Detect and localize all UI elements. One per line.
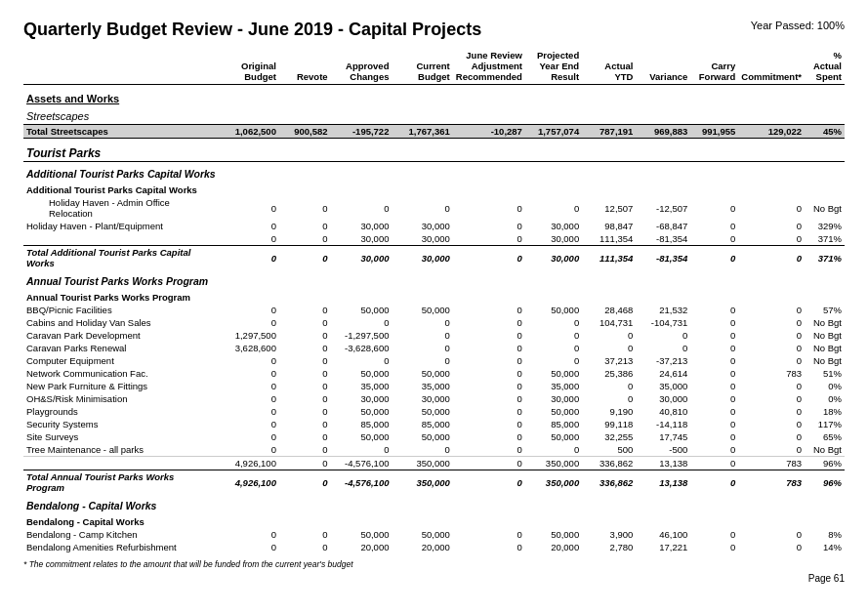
ts-col7: 787,191 [582, 125, 636, 139]
new-park-furniture-row: New Park Furniture & Fittings 0035,00035… [23, 380, 845, 392]
bendalong-camp-row: Bendalong - Camp Kitchen 0050,00050,0000… [23, 528, 845, 541]
ohs-row: OH&S/Risk Minimisation 0030,00030,000030… [23, 392, 845, 405]
bendalong-italic-header: Bendalong - Capital Works [23, 494, 845, 512]
annual-sub-row: Annual Tourist Parks Works Program [23, 288, 845, 304]
bbq-label: BBQ/Picnic Facilities [23, 304, 216, 316]
page-title: Quarterly Budget Review - June 2019 - Ca… [23, 20, 481, 40]
network-comm-row: Network Communication Fac. 0050,00050,00… [23, 367, 845, 380]
ts-col11: 45% [805, 125, 845, 139]
col-actual-ytd: Actual YTD [582, 48, 636, 85]
col-june-review: June ReviewAdjustmentRecommended [453, 48, 525, 85]
col-current-budget: CurrentBudget [392, 48, 452, 85]
holiday-haven-plant-row: Holiday Haven - Plant/Equipment 0 0 30,0… [23, 220, 845, 232]
additional-parks-header-row: Additional Tourist Parks Capital Works [23, 162, 845, 182]
col-carry-forward: CarryForward [690, 48, 738, 85]
bendalong-amenities-label: Bendalong Amenities Refurbishment [23, 541, 216, 553]
additional-parks-sub-row: Additional Tourist Parks Capital Works [23, 181, 845, 196]
ts-col3: -195,722 [331, 125, 393, 139]
caravan-parks-renewal-label: Caravan Parks Renewal [23, 342, 216, 354]
holiday-haven-admin-row: Holiday Haven - Admin Office Relocation … [23, 196, 845, 220]
caravan-park-dev-label: Caravan Park Development [23, 329, 216, 342]
tourist-parks-label: Tourist Parks [23, 139, 845, 162]
new-park-furniture-label: New Park Furniture & Fittings [23, 380, 216, 392]
footnote: * The commitment relates to the amount t… [23, 559, 845, 569]
column-header-row: OriginalBudget Revote ApprovedChanges Cu… [23, 48, 845, 85]
ohs-label: OH&S/Risk Minimisation [23, 392, 216, 405]
ts-col10: 129,022 [738, 125, 805, 139]
col-approved-changes: ApprovedChanges [331, 48, 393, 85]
cabins-label: Cabins and Holiday Van Sales [23, 316, 216, 329]
col-original-budget: OriginalBudget [216, 48, 279, 85]
caravan-parks-renewal-row: Caravan Parks Renewal 3,628,6000-3,628,6… [23, 342, 845, 354]
total-streetscapes-row: Total Streetscapes 1,062,500 900,582 -19… [23, 125, 845, 139]
site-surveys-label: Site Surveys [23, 430, 216, 443]
security-row: Security Systems 0085,00085,000085,00099… [23, 418, 845, 430]
col-commitment: Commitment* [738, 48, 805, 85]
tree-maintenance-row: Tree Maintenance - all parks 000000500-5… [23, 443, 845, 457]
playgrounds-label: Playgrounds [23, 405, 216, 418]
bbq-row: BBQ/Picnic Facilities 0050,00050,000050,… [23, 304, 845, 316]
page-number: Page 61 [23, 573, 845, 584]
annual-header-row: Annual Tourist Parks Works Program [23, 269, 845, 288]
bendalong-amenities-row: Bendalong Amenities Refurbishment 0020,0… [23, 541, 845, 553]
bendalong-camp-label: Bendalong - Camp Kitchen [23, 528, 216, 541]
security-label: Security Systems [23, 418, 216, 430]
caravan-park-dev-row: Caravan Park Development 1,297,5000-1,29… [23, 329, 845, 342]
total-streetscapes-label: Total Streetscapes [23, 125, 216, 139]
streetscapes-label: Streetscapes [23, 106, 845, 125]
holiday-haven-admin-label: Holiday Haven - Admin Office Relocation [23, 196, 216, 220]
ts-col9: 991,955 [690, 125, 738, 139]
site-surveys-row: Site Surveys 0050,00050,000050,00032,255… [23, 430, 845, 443]
annual-sub-label: Annual Tourist Parks Works Program [23, 288, 845, 304]
ts-col8: 969,883 [636, 125, 690, 139]
cabins-row: Cabins and Holiday Van Sales 000000104,7… [23, 316, 845, 329]
ts-col5: -10,287 [453, 125, 525, 139]
year-passed: Year Passed: 100% [751, 20, 845, 31]
annual-italic-header: Annual Tourist Parks Works Program [23, 269, 845, 288]
ts-col2: 900,582 [279, 125, 331, 139]
streetscapes-subsection: Streetscapes [23, 106, 845, 125]
bendalong-sub-row: Bendalong - Capital Works [23, 512, 845, 528]
computer-equipment-row: Computer Equipment 00000037,213-37,21300… [23, 354, 845, 367]
col-variance: Variance [636, 48, 690, 85]
holiday-haven-plant-label: Holiday Haven - Plant/Equipment [23, 220, 216, 232]
total-additional-row: Total Additional Tourist Parks Capital W… [23, 246, 845, 270]
total-annual-row: Total Annual Tourist Parks Works Program… [23, 470, 845, 495]
subtotal-annual-row: 4,926,1000-4,576,100350,0000350,000336,8… [23, 457, 845, 470]
additional-parks-sub-label: Additional Tourist Parks Capital Works [23, 181, 845, 196]
tree-maintenance-label: Tree Maintenance - all parks [23, 443, 216, 457]
playgrounds-row: Playgrounds 0050,00050,000050,0009,19040… [23, 405, 845, 418]
assets-works-label: Assets and Works [23, 85, 845, 107]
ts-col1: 1,062,500 [216, 125, 279, 139]
bendalong-header-row: Bendalong - Capital Works [23, 494, 845, 512]
assets-works-section: Assets and Works [23, 85, 845, 107]
col-label-header [23, 48, 216, 85]
total-annual-label: Total Annual Tourist Parks Works Program [23, 470, 216, 495]
ts-col6: 1,757,074 [525, 125, 582, 139]
additional-parks-italic-header: Additional Tourist Parks Capital Works [23, 162, 845, 182]
col-revote: Revote [279, 48, 331, 85]
ts-col4: 1,767,361 [392, 125, 452, 139]
col-pct-spent: % ActualSpent [805, 48, 845, 85]
computer-equipment-label: Computer Equipment [23, 354, 216, 367]
tourist-parks-section: Tourist Parks [23, 139, 845, 162]
total-additional-label: Total Additional Tourist Parks Capital W… [23, 246, 216, 270]
network-comm-label: Network Communication Fac. [23, 367, 216, 380]
bendalong-sub-label: Bendalong - Capital Works [23, 512, 845, 528]
col-projected: ProjectedYear EndResult [525, 48, 582, 85]
page-header: Quarterly Budget Review - June 2019 - Ca… [23, 20, 845, 40]
budget-table: OriginalBudget Revote ApprovedChanges Cu… [23, 48, 845, 553]
blank-additional-row: 0 0 30,000 30,000 0 30,000 111,354 -81,3… [23, 232, 845, 246]
